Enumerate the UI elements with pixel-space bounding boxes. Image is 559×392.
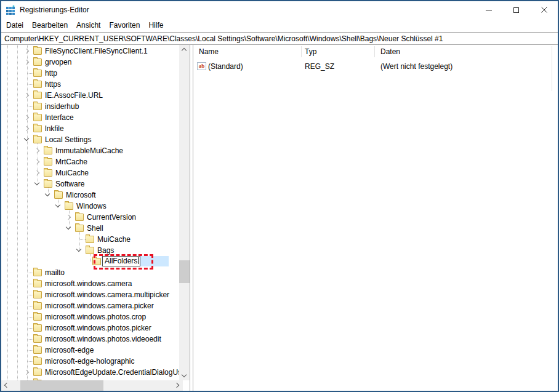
tree-item-interface[interactable]: Interface: [1, 112, 179, 123]
tree-guide-stub: [27, 73, 33, 74]
tree-item-microsoft-edge[interactable]: microsoft-edge: [1, 345, 179, 356]
tree-item-label: microsoft-edge: [45, 345, 94, 356]
tree-item-currentversion[interactable]: CurrentVersion: [1, 212, 179, 223]
tree-guide-stub: [27, 295, 33, 295]
scroll-down-button[interactable]: [179, 370, 190, 380]
tree-item-microsoft-windows-photos-crop[interactable]: microsoft.windows.photos.crop: [1, 311, 179, 322]
column-header-typ[interactable]: Typ: [305, 45, 316, 58]
expand-chevron-icon[interactable]: [76, 247, 82, 254]
tree-item-lnkfile[interactable]: lnkfile: [1, 123, 179, 134]
tree-guide-stub: [27, 328, 33, 329]
scroll-up-button[interactable]: [179, 45, 190, 55]
expand-chevron-icon[interactable]: [65, 225, 71, 231]
column-header-name[interactable]: Name: [199, 45, 219, 58]
expand-chevron-icon[interactable]: [65, 214, 71, 220]
expand-chevron-icon[interactable]: [23, 92, 30, 98]
tree-item-insiderhub[interactable]: insiderhub: [1, 101, 179, 112]
expand-chevron-icon[interactable]: [23, 59, 30, 65]
scroll-right-button[interactable]: [172, 380, 183, 391]
scroll-left-button[interactable]: [1, 380, 12, 391]
folder-icon: [86, 236, 94, 243]
minimize-button[interactable]: [475, 1, 502, 18]
tree-item-microsoftedgeupdate-credentialdialogus[interactable]: MicrosoftEdgeUpdate.CredentialDialogUs: [1, 367, 179, 378]
tree-item-filesyncclient-filesyncclient-1[interactable]: FileSyncClient.FileSyncClient.1: [1, 46, 179, 57]
horizontal-scroll-thumb[interactable]: [20, 380, 103, 391]
column-header-daten[interactable]: Daten: [380, 45, 400, 58]
menu-item-ansicht[interactable]: Ansicht: [72, 21, 105, 30]
tree-item-ie-assocfile-url[interactable]: IE.AssocFile.URL: [1, 90, 179, 101]
expand-chevron-icon[interactable]: [23, 126, 30, 132]
tree-item-microsoft-edge-holographic[interactable]: microsoft-edge-holographic: [1, 356, 179, 367]
expand-chevron-icon[interactable]: [34, 181, 40, 187]
tree-item-microsoft-windows-photos-videoedit[interactable]: microsoft.windows.photos.videoedit: [1, 334, 179, 345]
expand-chevron-icon[interactable]: [23, 369, 30, 375]
tree-item-label: Shell: [87, 223, 103, 234]
tree-item-microsoft-windows-camera-picker[interactable]: microsoft.windows.camera.picker: [1, 300, 179, 311]
close-button[interactable]: [530, 1, 558, 18]
chevron-right-icon: [34, 148, 39, 153]
registry-editor-window: Registrierungs-Editor DateiBearbeitenAns…: [0, 0, 559, 392]
menu-item-datei[interactable]: Datei: [1, 21, 28, 30]
tree-item-label: Windows: [76, 201, 107, 212]
chevron-right-icon: [24, 126, 29, 131]
tree-item-muicache[interactable]: MuiCache: [1, 167, 179, 178]
menu-item-bearbeiten[interactable]: Bearbeiten: [28, 21, 72, 30]
folder-icon: [44, 158, 52, 166]
tree-item-label: MicrosoftEdgeUpdate.CredentialDialogUs: [45, 367, 179, 378]
tree-item-shell[interactable]: Shell: [1, 223, 179, 234]
tree-item-local-settings[interactable]: Local Settings: [1, 134, 179, 145]
folder-icon: [33, 58, 42, 66]
tree-item-microsoft-windows-camera[interactable]: microsoft.windows.camera: [1, 278, 179, 289]
close-icon: [541, 7, 547, 13]
chevron-down-icon: [24, 136, 29, 141]
maximize-button[interactable]: [502, 1, 530, 18]
address-bar[interactable]: Computer\HKEY_CURRENT_USER\SOFTWARE\Clas…: [1, 32, 558, 45]
tree-item-http[interactable]: http: [1, 68, 179, 79]
tree-item-microsoft-windows-camera-multipicker[interactable]: microsoft.windows.camera.multipicker: [1, 289, 179, 300]
folder-icon: [44, 169, 52, 177]
column-separator: [374, 46, 375, 57]
tree-item-software[interactable]: Software: [1, 178, 179, 190]
window-controls: [475, 1, 558, 18]
expand-chevron-icon[interactable]: [44, 192, 50, 198]
address-input[interactable]: Computer\HKEY_CURRENT_USER\SOFTWARE\Clas…: [1, 34, 443, 43]
tree-item-https[interactable]: https: [1, 79, 179, 90]
tree-item-label: microsoft.windows.photos.picker: [45, 322, 151, 334]
menu-item-hilfe[interactable]: Hilfe: [144, 21, 167, 30]
tree-item-microsoft-windows-photos-picker[interactable]: microsoft.windows.photos.picker: [1, 322, 179, 334]
tree-vertical-scrollbar[interactable]: [179, 45, 190, 380]
folder-icon: [33, 302, 42, 310]
expand-chevron-icon[interactable]: [23, 114, 30, 121]
expand-chevron-icon[interactable]: [34, 159, 40, 165]
chevron-down-icon: [76, 247, 81, 252]
folder-icon: [33, 114, 42, 121]
tree-item-muicache[interactable]: MuiCache: [1, 234, 179, 245]
folder-icon: [33, 103, 42, 110]
tree-item-label: https: [45, 79, 61, 90]
expand-chevron-icon[interactable]: [34, 170, 40, 176]
tree-guide-stub: [79, 239, 86, 240]
chevron-right-icon: [66, 215, 71, 220]
tree-item-label: IE.AssocFile.URL: [45, 90, 103, 101]
vertical-scroll-thumb[interactable]: [179, 260, 190, 283]
expand-chevron-icon[interactable]: [55, 203, 61, 209]
tree-item-label: Software: [55, 178, 84, 190]
tree-item-label: FileSyncClient.FileSyncClient.1: [45, 46, 148, 57]
expand-chevron-icon[interactable]: [23, 137, 30, 143]
expand-chevron-icon[interactable]: [23, 48, 30, 54]
folder-icon: [54, 191, 63, 199]
chevron-up-icon: [182, 48, 187, 53]
tree-item-microsoft[interactable]: Microsoft: [1, 190, 179, 201]
tree-item-grvopen[interactable]: grvopen: [1, 57, 179, 68]
value-list-pane: NameTypDaten ab(Standard)REG_SZ(Wert nic…: [193, 45, 558, 391]
tree-horizontal-scrollbar[interactable]: [1, 380, 183, 391]
tree-item-windows[interactable]: Windows: [1, 201, 179, 212]
chevron-right-icon: [24, 93, 29, 98]
tree-item-mrtcache[interactable]: MrtCache: [1, 156, 179, 167]
value-row[interactable]: ab(Standard)REG_SZ(Wert nicht festgelegt…: [193, 61, 558, 72]
expand-chevron-icon[interactable]: [34, 148, 40, 154]
tree-item-immutablemuicache[interactable]: ImmutableMuiCache: [1, 145, 179, 156]
value-data: (Wert nicht festgelegt): [380, 61, 452, 72]
menu-item-favoriten[interactable]: Favoriten: [105, 21, 144, 30]
folder-icon: [33, 81, 42, 88]
